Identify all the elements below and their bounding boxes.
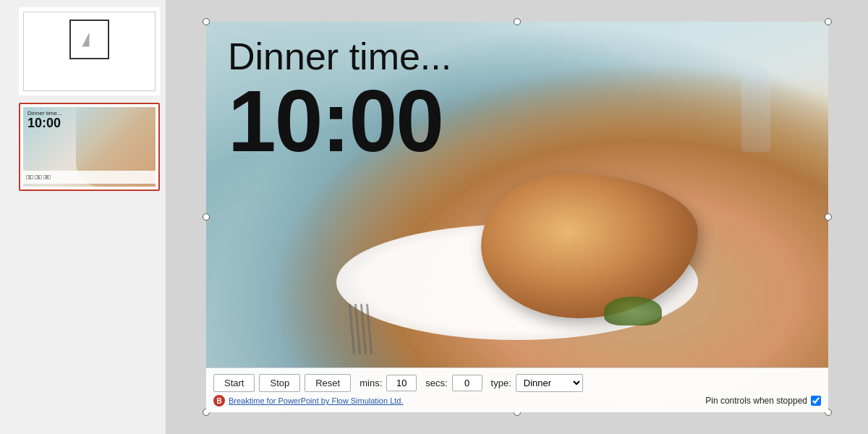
pin-section: Pin controls when stopped xyxy=(705,396,821,406)
handle-mr[interactable] xyxy=(825,213,832,221)
slide-content: Dinner time... 10:00 Start Stop Reset mi… xyxy=(206,22,828,412)
garnish-decoration xyxy=(604,297,662,326)
slide-timer: 10:00 xyxy=(228,77,451,164)
mins-input[interactable] xyxy=(386,375,417,391)
controls-bar: Start Stop Reset mins: secs: type: Dinne… xyxy=(206,367,828,412)
slide-container: Dinner time... 10:00 Start Stop Reset mi… xyxy=(206,22,828,412)
slide-text-area: Dinner time... 10:00 xyxy=(228,36,451,164)
secs-label: secs: xyxy=(425,378,447,388)
thumb2-content: Dinner time... 10:00 S S R xyxy=(23,107,156,187)
reset-button[interactable]: Reset xyxy=(305,374,351,392)
glass-decoration xyxy=(741,65,770,152)
branding-section: B Breaktime for PowerPoint by Flow Simul… xyxy=(213,395,404,407)
thumb1-box xyxy=(69,20,109,59)
brand-link[interactable]: Breaktime for PowerPoint by Flow Simulat… xyxy=(229,396,404,405)
type-select[interactable]: Dinner Break Lunch Custom xyxy=(516,374,583,392)
fork-decoration xyxy=(351,304,370,354)
mins-label: mins: xyxy=(359,378,382,388)
slides-panel: 1 xyxy=(0,0,166,434)
brand-icon: B xyxy=(213,395,225,407)
handle-tc[interactable] xyxy=(514,18,521,25)
secs-input[interactable] xyxy=(452,375,482,391)
pin-label: Pin controls when stopped xyxy=(705,396,807,406)
type-label: type: xyxy=(491,378,511,388)
start-button[interactable]: Start xyxy=(213,374,255,392)
handle-tr[interactable] xyxy=(825,18,832,25)
slide-thumb-1[interactable] xyxy=(19,7,160,95)
main-canvas: Dinner time... 10:00 Start Stop Reset mi… xyxy=(166,0,868,434)
stop-button[interactable]: Stop xyxy=(259,374,300,392)
controls-row-branding: B Breaktime for PowerPoint by Flow Simul… xyxy=(213,395,821,407)
slide-heading: Dinner time... xyxy=(228,36,451,77)
pin-checkbox[interactable] xyxy=(811,396,821,406)
handle-ml[interactable] xyxy=(203,213,210,221)
slide-thumb-2[interactable]: Dinner time... 10:00 S S R xyxy=(19,103,160,191)
controls-row-buttons: Start Stop Reset mins: secs: type: Dinne… xyxy=(213,374,821,392)
handle-tl[interactable] xyxy=(203,18,210,25)
